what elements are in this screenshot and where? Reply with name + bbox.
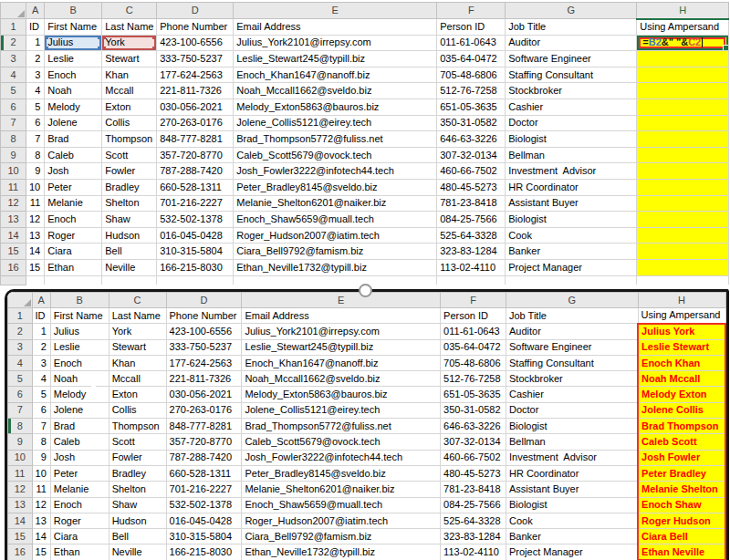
bottom-cell-A1[interactable]: ID [32,308,50,324]
bottom-row-header-8[interactable]: 8 [8,419,33,434]
bottom-row-header-14[interactable]: 14 [8,513,33,528]
bottom-select-all-button[interactable] [8,293,33,308]
top-column-header-C[interactable]: C [102,3,157,19]
top-column-header-D[interactable]: D [157,3,234,19]
bottom-cell-F12[interactable]: 781-23-8418 [441,482,506,497]
bottom-cell-B15[interactable]: Ciara [50,529,109,544]
bottom-cell-E9[interactable]: Caleb_Scott5679@ovock.tech [242,434,441,450]
top-cell-H6[interactable] [637,99,729,115]
bottom-column-header-B[interactable]: B [50,293,109,308]
bottom-cell-D4[interactable]: 177-624-2563 [166,355,242,370]
bottom-cell-G12[interactable]: Assistant Buyer [506,482,638,497]
top-cell-A15[interactable]: 14 [26,244,45,260]
bottom-cell-G14[interactable]: Cook [506,513,638,528]
bottom-cell-B12[interactable]: Melanie [50,482,109,497]
top-cell-F5[interactable]: 512-76-7258 [437,83,506,99]
bottom-cell-H3[interactable]: Leslie Stewart [638,339,725,355]
top-cell-A14[interactable]: 13 [26,227,45,244]
top-cell-E14[interactable]: Roger_Hudson2007@iatim.tech [234,227,437,244]
bottom-cell-G4[interactable]: Staffing Consultant [506,355,638,370]
top-cell-B8[interactable]: Brad [45,131,102,148]
top-cell-H12[interactable] [637,195,729,212]
top-cell-F15[interactable]: 323-83-1284 [437,244,506,260]
top-cell-C1[interactable]: Last Name [102,19,157,36]
bottom-cell-F15[interactable]: 323-83-1284 [441,529,506,544]
top-cell-D12[interactable]: 701-216-2227 [157,195,234,212]
bottom-cell-F9[interactable]: 307-32-0134 [441,434,506,450]
top-cell-G3[interactable]: Software Engineer [506,51,637,67]
top-cell-A8[interactable]: 7 [26,131,45,148]
top-cell-B5[interactable]: Noah [45,83,102,99]
top-cell-C12[interactable]: Shelton [102,195,157,212]
top-cell-G11[interactable]: HR Coordinator [506,179,637,195]
bottom-cell-H8[interactable]: Brad Thompson [638,419,725,434]
bottom-cell-G15[interactable]: Banker [506,529,638,544]
bottom-cell-D7[interactable]: 270-263-0176 [166,402,242,418]
top-column-header-H[interactable]: H [637,3,729,19]
bottom-row-header-6[interactable]: 6 [8,387,33,402]
bottom-cell-E3[interactable]: Leslie_Stewart245@typill.biz [242,339,441,355]
bottom-cell-H13[interactable]: Enoch Shaw [638,497,725,513]
top-cell-B16[interactable]: Ethan [45,259,102,275]
bottom-cell-B8[interactable]: Brad [50,419,109,434]
bottom-column-header-E[interactable]: E [242,293,441,308]
bottom-cell-A15[interactable]: 14 [32,529,50,544]
top-cell-B7[interactable]: Jolene [45,115,102,131]
bottom-cell-E1[interactable]: Email Address [242,308,441,324]
top-cell-F13[interactable]: 084-25-7566 [437,212,506,228]
top-cell-A9[interactable]: 8 [26,147,45,163]
top-cell-H10[interactable] [637,163,729,180]
top-cell-E1[interactable]: Email Address [234,19,437,36]
top-cell-E5[interactable]: Noah_Mccall1662@sveldo.biz [234,83,437,99]
top-cell-D8[interactable]: 848-777-8281 [157,131,234,148]
bottom-cell-D1[interactable]: Phone Number [166,308,242,324]
bottom-cell-B10[interactable]: Josh [50,450,109,465]
bottom-row-header-3[interactable]: 3 [8,339,33,355]
top-row-header-16[interactable]: 16 [1,259,26,275]
top-cell-A11[interactable]: 10 [26,179,45,195]
bottom-cell-H5[interactable]: Noah Mccall [638,371,725,387]
top-cell-H1[interactable]: Using Ampersand [637,19,729,36]
top-cell-C5[interactable]: Mccall [102,83,157,99]
top-cell-D16[interactable]: 166-215-8030 [157,259,234,275]
bottom-cell-C1[interactable]: Last Name [109,308,166,324]
bottom-cell-H10[interactable]: Josh Fowler [638,450,725,465]
top-cell-D6[interactable]: 030-056-2021 [157,99,234,115]
top-cell-B11[interactable]: Peter [45,179,102,195]
top-row-header-8[interactable]: 8 [1,131,26,148]
selection-handle-icon[interactable] [98,36,101,39]
bottom-cell-C14[interactable]: Hudson [109,513,166,528]
top-cell-E16[interactable]: Ethan_Neville1732@typill.biz [234,259,437,275]
top-cell-E11[interactable]: Peter_Bradley8145@sveldo.biz [234,179,437,195]
top-cell-C9[interactable]: Scott [102,147,157,163]
bottom-cell-H4[interactable]: Enoch Khan [638,355,725,370]
top-cell-E8[interactable]: Brad_Thompson5772@fuliss.net [234,131,437,148]
bottom-cell-H16[interactable]: Ethan Neville [638,544,725,560]
bottom-cell-B6[interactable]: Melody [50,387,109,402]
top-cell-H2[interactable]: =B2&" "&C2 [637,35,729,51]
top-cell-G15[interactable]: Banker [506,244,637,260]
top-cell-G5[interactable]: Stockbroker [506,83,637,99]
bottom-cell-C16[interactable]: Neville [109,544,166,560]
top-column-header-E[interactable]: E [234,3,437,19]
bottom-row-header-11[interactable]: 11 [8,465,33,481]
top-row-header-7[interactable]: 7 [1,115,26,131]
top-cell-A6[interactable]: 5 [26,99,45,115]
selection-handle-icon[interactable] [45,47,48,50]
top-row-header-2[interactable]: 2 [1,35,26,51]
top-cell-C8[interactable]: Thompson [102,131,157,148]
bottom-cell-G5[interactable]: Stockbroker [506,371,638,387]
top-cell-B6[interactable]: Melody [45,99,102,115]
top-cell-E7[interactable]: Jolene_Collis5121@eirey.tech [234,115,437,131]
bottom-row-header-9[interactable]: 9 [8,434,33,450]
top-cell-E9[interactable]: Caleb_Scott5679@ovock.tech [234,147,437,163]
bottom-cell-B4[interactable]: Enoch [50,355,109,370]
top-cell-C3[interactable]: Stewart [102,51,157,67]
top-cell-E10[interactable]: Josh_Fowler3222@infotech44.tech [234,163,437,180]
top-cell-H9[interactable] [637,147,729,163]
bottom-cell-G1[interactable]: Job Title [506,308,638,324]
bottom-cell-F4[interactable]: 705-48-6806 [441,355,506,370]
top-cell-C14[interactable]: Hudson [102,227,157,244]
top-cell-F11[interactable]: 480-45-5273 [437,179,506,195]
top-cell-F10[interactable]: 460-66-7502 [437,163,506,180]
